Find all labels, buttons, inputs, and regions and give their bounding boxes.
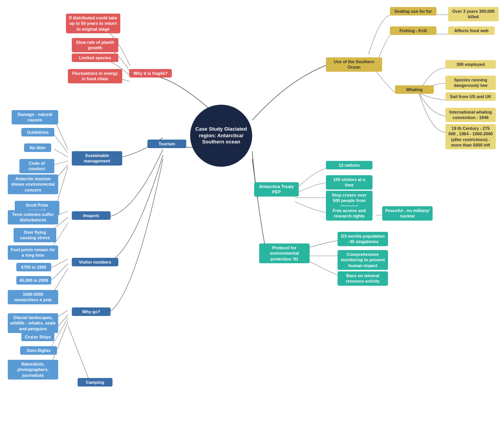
use-southern-ocean-node: Use of the Southern Ocean — [326, 57, 382, 72]
whaling-node: Whaling — [395, 85, 434, 94]
center-node: Case Study Glaciated region: Antarctica/… — [190, 105, 252, 167]
whaling-19th-node: 19 th Century - 275 000 , 1964 - 1000-20… — [445, 124, 496, 149]
imp2-node: Over flying causing stress — [14, 228, 56, 242]
impacts-node: Imapcts — [72, 211, 111, 220]
prot2-node: Comprehensive monitoring to prevent huma… — [338, 250, 388, 270]
treaty2-node: 100 visitors at a time — [326, 175, 372, 190]
fragile3-node: Limited species — [72, 54, 118, 62]
sus5-node: Antarctic tourism shows environmental co… — [8, 174, 58, 194]
sus1-node: Damage - natural causes — [12, 110, 58, 124]
fragile4-node: Fluctuations in energy in food chain — [68, 69, 122, 83]
why-go-node: Why go? — [72, 307, 111, 316]
whaling-300-node: 300 employed — [445, 60, 496, 69]
camping-node: Camping — [78, 378, 113, 387]
sus2-node: Guidelines — [21, 128, 54, 136]
fishing-detail-node: Affects food web — [448, 26, 495, 35]
vis2-node: 45,000 in 2009 — [16, 276, 51, 285]
visitor-numbers-node: Visitor numbers — [72, 258, 118, 266]
sustainable-mgmt-node: Sustainable management — [72, 151, 122, 166]
sus4-node: Code of conduct — [19, 159, 54, 173]
whaling-sail-node: Sail from US and UK — [445, 92, 496, 101]
sealing-node: Sealing use for fur — [390, 7, 436, 16]
sealing-detail-node: Over 3 years 300,000 killed — [448, 7, 499, 21]
fishing-node: Fishing - Krill — [390, 26, 436, 35]
why1-node: Glacial landscapes, wildlife - whales, s… — [8, 313, 58, 333]
protocol-node: Protocol for environmental protection '9… — [259, 243, 310, 263]
antarctica-treaty-node: Antarctica Treaty PEP — [254, 182, 299, 197]
fragile1-node: If distributed could take up to 50 years… — [66, 14, 120, 33]
prot3-node: Bans on mineral resource activity — [338, 271, 388, 286]
vis3-node: 1000-5000 researchers a year — [8, 290, 58, 304]
treaty4-node: Free access and research rights — [326, 206, 372, 221]
sus3-node: No litter — [24, 143, 51, 152]
prot1-node: 2/3 worlds population - 45 singatories — [338, 232, 388, 246]
whaling-species-node: Species running dangerously low — [445, 76, 496, 90]
why3-node: Over-flights — [20, 346, 57, 355]
tourism-node: Tourism — [147, 140, 186, 148]
whaling-convention-node: International whaling convention - 1946 — [445, 108, 496, 122]
imp1-node: Term colonies suffer disturbances — [8, 210, 58, 224]
why2-node: Cruise Ships — [21, 333, 54, 341]
treaty4-detail-node: Peaceful - no military/ nuclear — [382, 206, 433, 221]
why4-node: Naturalists, photographers, journalists — [8, 360, 58, 380]
treaty1-node: 12 nations — [326, 161, 372, 169]
vis1-node: 6700 in 1992 — [16, 263, 51, 271]
why-fragile-node: Why it is fragile? — [129, 69, 172, 78]
imp3-node: Foot prints remain for a long time — [8, 245, 58, 260]
fragile2-node: Slow rate of planth growth — [72, 38, 118, 52]
